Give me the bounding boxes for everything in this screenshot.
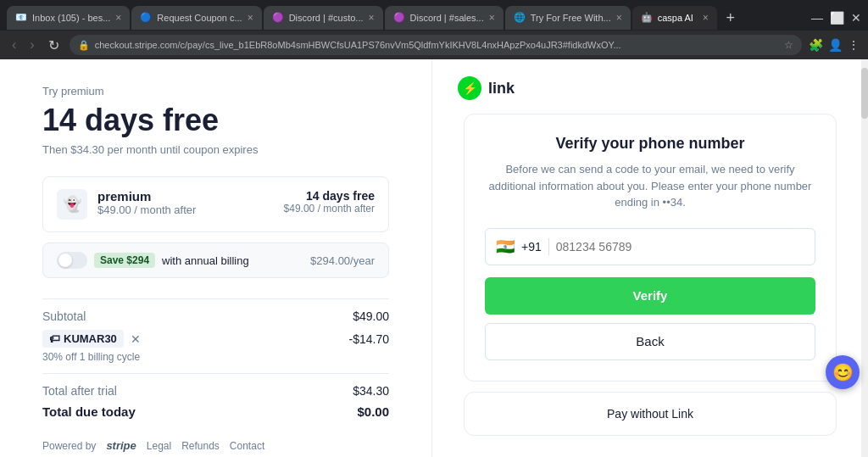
chat-widget-button[interactable]: 😊 [826, 355, 860, 389]
pay-without-link-button[interactable]: Pay without Link [607, 407, 693, 421]
billing-price: $294.00/year [310, 254, 375, 267]
coupon-tag-icon: 🏷 [49, 332, 60, 345]
coupon-discount: -$14.70 [349, 332, 389, 346]
tab-favicon-discord2: 🟣 [393, 12, 405, 24]
powered-by-text: Powered by [42, 440, 96, 452]
tab-close-discord1[interactable]: × [369, 12, 375, 24]
phone-divider [548, 238, 549, 255]
total-after-row: Total after trial $34.30 [42, 384, 389, 398]
forward-button[interactable]: › [26, 36, 37, 54]
close-button[interactable]: ✕ [851, 11, 861, 25]
back-button[interactable]: ‹ [8, 36, 19, 54]
plan-info: premium $49.00 / month after [97, 189, 196, 216]
tab-close-coupon[interactable]: × [248, 12, 253, 24]
footer-links: Powered by stripe Legal Refunds Contact [42, 439, 389, 452]
billing-label: with annual billing [162, 254, 249, 267]
right-panel: ⚡ link Verify your phone number Before w… [432, 59, 868, 457]
total-today-label: Total due today [42, 404, 136, 419]
plan-month-after: $49.00 / month after [284, 203, 375, 215]
total-today-row: Total due today $0.00 [42, 404, 389, 419]
subtotal-label: Subtotal [42, 309, 86, 323]
coupon-code: KUMAR30 [64, 332, 117, 345]
left-panel: Try premium 14 days free Then $34.30 per… [0, 59, 432, 457]
tab-label-discord1: Discord | #custo... [289, 13, 364, 23]
tab-try[interactable]: 🌐 Try For Free With... × [505, 6, 631, 30]
tab-label-caspa: caspa AI [658, 13, 693, 23]
tab-favicon-try: 🌐 [514, 12, 526, 24]
plan-price: $49.00 / month after [97, 203, 196, 216]
tab-coupon[interactable]: 🔵 Request Coupon c... × [131, 6, 261, 30]
tab-discord1[interactable]: 🟣 Discord | #custo... × [264, 6, 383, 30]
coupon-tag: 🏷 KUMAR30 [42, 330, 124, 348]
tab-close-try[interactable]: × [616, 12, 622, 24]
plan-days-free: 14 days free [284, 189, 375, 203]
tab-favicon-discord1: 🟣 [272, 12, 284, 24]
tab-label-discord2: Discord | #sales... [410, 13, 484, 23]
nav-bar: ‹ › ↻ 🔒 checkout.stripe.com/c/pay/cs_liv… [0, 31, 868, 59]
annual-billing-toggle[interactable] [57, 252, 87, 269]
plan-right: 14 days free $49.00 / month after [284, 189, 375, 215]
country-code: +91 [521, 240, 542, 254]
star-icon[interactable]: ☆ [784, 39, 793, 51]
verify-title: Verify your phone number [485, 135, 815, 153]
back-button[interactable]: Back [485, 323, 815, 360]
scrollbar-thumb[interactable] [861, 68, 868, 119]
address-text: checkout.stripe.com/c/pay/cs_live_b1EbR8… [95, 40, 779, 50]
plan-card: 👻 premium $49.00 / month after 14 days f… [42, 176, 389, 232]
scrollbar[interactable] [861, 59, 868, 457]
refunds-link[interactable]: Refunds [181, 440, 220, 452]
new-tab-button[interactable]: + [719, 6, 743, 30]
total-today-value: $0.00 [357, 404, 389, 419]
page-content: Try premium 14 days free Then $34.30 per… [0, 59, 868, 457]
pay-without-link-card: Pay without Link [464, 392, 837, 436]
phone-input-wrap: 🇮🇳 +91 [485, 228, 815, 265]
divider-1 [42, 298, 389, 299]
total-after-label: Total after trial [42, 384, 117, 398]
verify-card: Verify your phone number Before we can s… [464, 114, 837, 382]
tab-favicon-gmail: 📧 [15, 12, 27, 24]
coupon-row: 🏷 KUMAR30 ✕ -$14.70 [42, 330, 389, 348]
menu-icon[interactable]: ⋮ [848, 38, 860, 52]
tab-caspa[interactable]: 🤖 caspa AI × [632, 6, 717, 30]
reload-button[interactable]: ↻ [45, 36, 63, 55]
tab-discord2[interactable]: 🟣 Discord | #sales... × [385, 6, 504, 30]
subtitle-text: Then $34.30 per month until coupon expir… [42, 143, 389, 156]
maximize-button[interactable]: ⬜ [830, 11, 844, 25]
verify-button[interactable]: Verify [485, 277, 815, 315]
nav-icons: 🧩 👤 ⋮ [809, 38, 860, 52]
remove-coupon-button[interactable]: ✕ [131, 332, 141, 346]
try-premium-label: Try premium [42, 85, 389, 98]
plan-icon: 👻 [57, 189, 87, 220]
subtotal-value: $49.00 [353, 309, 389, 323]
link-title: link [488, 80, 515, 98]
tab-close-discord2[interactable]: × [489, 12, 495, 24]
tab-close-caspa[interactable]: × [703, 12, 709, 24]
tab-close-gmail[interactable]: × [115, 12, 121, 24]
total-after-value: $34.30 [353, 384, 389, 398]
profile-icon[interactable]: 👤 [828, 38, 843, 52]
chat-widget-icon: 😊 [832, 362, 854, 382]
coupon-desc: 30% off 1 billing cycle [42, 351, 389, 363]
minimize-button[interactable]: — [811, 11, 823, 25]
subtotal-row: Subtotal $49.00 [42, 309, 389, 323]
legal-link[interactable]: Legal [147, 440, 171, 452]
save-badge: Save $294 [94, 253, 155, 268]
lock-icon: 🔒 [78, 40, 90, 51]
extensions-icon[interactable]: 🧩 [809, 38, 823, 52]
tab-bar: 📧 Inbox (105) - bes... × 🔵 Request Coupo… [0, 0, 868, 31]
plan-name: premium [97, 189, 196, 203]
verify-desc: Before we can send a code to your email,… [485, 161, 815, 211]
divider-2 [42, 373, 389, 374]
tab-gmail[interactable]: 📧 Inbox (105) - bes... × [7, 6, 130, 30]
browser-chrome: 📧 Inbox (105) - bes... × 🔵 Request Coupo… [0, 0, 868, 59]
contact-link[interactable]: Contact [230, 440, 264, 452]
stripe-logo: stripe [106, 439, 136, 452]
address-bar[interactable]: 🔒 checkout.stripe.com/c/pay/cs_live_b1Eb… [70, 35, 802, 55]
tab-favicon-caspa: 🤖 [641, 12, 653, 24]
billing-toggle-row[interactable]: Save $294 with annual billing $294.00/ye… [42, 242, 389, 278]
days-free-heading: 14 days free [42, 103, 389, 138]
phone-input[interactable] [556, 240, 804, 254]
link-header: ⚡ link [458, 76, 515, 100]
tab-favicon-coupon: 🔵 [140, 12, 152, 24]
tab-label-try: Try For Free With... [531, 13, 611, 23]
